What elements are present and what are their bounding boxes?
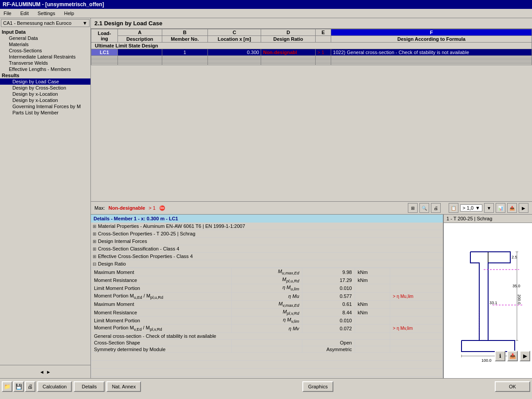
section-header-cs-props[interactable]: ⊞ Cross-Section Properties - T 200-25 | … xyxy=(91,230,443,238)
toolbar-icon-1[interactable]: 📁 xyxy=(2,381,12,392)
filter-btn[interactable]: ▼ xyxy=(484,203,494,213)
sidebar-item-design-by-x[interactable]: Design by x-Location xyxy=(0,97,90,103)
cs-export-btn[interactable]: 📤 xyxy=(507,351,518,361)
detail-section-cs-class: ⊞ Cross-Section Classification - Class 4 xyxy=(91,245,443,253)
ca-selector[interactable]: CA1 - Bemessung nach Euroco ▼ xyxy=(1,19,90,27)
dr-label-9: Cross-Section Shape xyxy=(91,339,232,346)
title-bar: RF-ALUMINUM - [unsymmetrisch_offen] xyxy=(0,0,532,9)
dr-label-0: Maximum Moment xyxy=(91,268,232,276)
details-button[interactable]: Details xyxy=(74,381,105,392)
nat-annex-button[interactable]: Nat. Annex xyxy=(106,381,141,392)
section-header-cs-class[interactable]: ⊞ Cross-Section Classification - Class 4 xyxy=(91,245,443,253)
sidebar-item-materials[interactable]: Materials xyxy=(0,41,90,47)
tool-btn-3[interactable]: 🖨 xyxy=(431,203,441,213)
col-f-sub: Design According to Formula xyxy=(331,36,532,43)
graphics-button[interactable]: Graphics xyxy=(302,381,333,392)
svg-text:35.0: 35.0 xyxy=(512,284,520,288)
dr-unit-9 xyxy=(355,339,390,346)
dr-sym-4: Mv,max,Ed xyxy=(232,300,302,308)
scroll-left-icon[interactable]: ◄ xyxy=(39,369,44,375)
toolbar-icon-3[interactable]: 🖨 xyxy=(25,381,35,392)
dr-val-6: 0.010 xyxy=(302,317,355,325)
dr-sym-2: η Mu,lim xyxy=(232,284,302,292)
uls-label: Ultimate Limit State Design xyxy=(91,43,532,49)
expand-icon-int-forces: ⊞ xyxy=(93,239,96,244)
menu-help[interactable]: Help xyxy=(62,10,76,17)
section-header-eff-cs[interactable]: ⊞ Effective Cross-Section Properties - C… xyxy=(91,253,443,260)
section-header-int-forces[interactable]: ⊞ Design Internal Forces xyxy=(91,238,443,245)
tool-btn-1[interactable]: ⊞ xyxy=(408,203,418,213)
dr-label-2: Limit Moment Portion xyxy=(91,284,232,292)
detail-row-0: Maximum Moment Mu,max,Ed 9.98 kNm xyxy=(91,268,443,276)
col-b-sub: Member No. xyxy=(162,36,207,43)
section-label-eff-cs: Effective Cross-Section Properties - Cla… xyxy=(98,254,193,259)
dr-note-5 xyxy=(390,308,443,316)
cs-info-btn[interactable]: ℹ xyxy=(495,351,505,361)
filter-box[interactable]: > 1,0 ▼ xyxy=(460,204,482,211)
dr-val-5: 8.44 xyxy=(302,308,355,316)
dr-sym-1: Mpl,u,Rd xyxy=(232,276,302,284)
content-header: 2.1 Design by Load Case xyxy=(91,18,532,29)
expand-icon-material: ⊞ xyxy=(93,224,96,229)
table-row[interactable]: LC1 1 0.300 Non-designabl > 1 1022) Gene… xyxy=(91,49,532,56)
cs-title: 1 - T 200-25 | Schrag xyxy=(444,215,532,223)
detail-row-1: Moment Resistance Mpl,u,Rd 17.29 kNm xyxy=(91,276,443,284)
dr-unit-1: kNm xyxy=(355,276,390,284)
section-header-material[interactable]: ⊞ Material Properties - Aluminum EN-AW 6… xyxy=(91,223,443,230)
svg-text:2.5: 2.5 xyxy=(512,255,517,259)
tool-btn-4[interactable]: 📋 xyxy=(449,203,458,213)
cell-formula: 1022) General cross-section - Check of s… xyxy=(331,49,532,56)
section-label-material: Material Properties - Aluminum EN-AW 606… xyxy=(98,223,245,229)
upper-table-area: Load-ing A B C D E F Description Member … xyxy=(91,29,532,202)
section-label-design-ratio: Design Ratio xyxy=(98,261,126,266)
content-title: 2.1 Design by Load Case xyxy=(94,20,162,27)
export-btn-1[interactable]: 📊 xyxy=(496,203,505,213)
sidebar-item-parts-list[interactable]: Parts List by Member xyxy=(0,110,90,116)
sidebar-item-cross-sections[interactable]: Cross-Sections xyxy=(0,47,90,54)
expand-icon-eff-cs: ⊞ xyxy=(93,254,96,259)
calculation-button[interactable]: Calculation xyxy=(37,381,72,392)
sidebar-item-design-by-lc[interactable]: Design by Load Case xyxy=(0,78,90,85)
sidebar-item-eff-lengths[interactable]: Effective Lengths - Members xyxy=(0,66,90,72)
sidebar-item-gov-int-forces[interactable]: Governing Internal Forces by M xyxy=(0,103,90,110)
menu-settings[interactable]: Settings xyxy=(36,10,57,17)
sidebar-item-design-by-cs[interactable]: Design by Cross-Section xyxy=(0,85,90,91)
export-btn-2[interactable]: 📤 xyxy=(507,203,517,213)
menu-file[interactable]: File xyxy=(2,10,13,17)
ca-arrow: ▼ xyxy=(82,20,87,26)
dr-note-10 xyxy=(390,346,443,352)
export-btn-3[interactable]: ▶ xyxy=(519,203,528,213)
empty-row-7 xyxy=(91,64,532,65)
sidebar-category-results: Results xyxy=(0,72,90,78)
dr-label-7: Moment Portion Mv,Ed / Mpl,v,Rd xyxy=(91,325,232,332)
col-f-header: F xyxy=(331,29,532,36)
gt-value: > 1 xyxy=(149,205,156,211)
section-header-design-ratio[interactable]: ⊟ Design Ratio xyxy=(91,260,443,268)
sidebar-item-general-data[interactable]: General Data xyxy=(0,35,90,41)
dr-unit-4: kNm xyxy=(355,300,390,308)
cell-ratio-flag: > 1 xyxy=(315,49,331,56)
tool-btn-2[interactable]: 🔍 xyxy=(419,203,429,213)
dr-unit-7 xyxy=(355,325,390,332)
dr-label-3: Moment Portion Mu,Ed / Mpl,u,Rd xyxy=(91,292,232,300)
cs-svg: 2.5 200.0 35.0 33.1 xyxy=(448,243,528,367)
cell-description xyxy=(118,49,162,56)
sidebar-tree: Input Data General Data Materials Cross-… xyxy=(0,28,90,365)
cell-loading: LC1 xyxy=(91,49,118,56)
col-d-header: D xyxy=(261,29,315,36)
sidebar-item-int-lat-restraints[interactable]: Intermediate Lateral Restraints xyxy=(0,54,90,60)
ok-button[interactable]: OK xyxy=(495,381,530,392)
sidebar-item-transverse-welds[interactable]: Transverse Welds xyxy=(0,60,90,66)
sidebar-item-design-by-member[interactable]: Design by x-Location xyxy=(0,91,90,97)
cell-member-no: 1 xyxy=(162,49,207,56)
ca-value: CA1 - Bemessung nach Euroco xyxy=(3,20,71,26)
menu-edit[interactable]: Edit xyxy=(19,10,31,17)
dr-unit-10 xyxy=(355,346,390,352)
dr-sym-9 xyxy=(232,339,302,346)
cs-view-btn[interactable]: ▶ xyxy=(520,351,530,361)
expand-icon-design-ratio: ⊟ xyxy=(93,262,96,266)
scroll-right-icon[interactable]: ► xyxy=(46,369,51,375)
toolbar-icon-2[interactable]: 💾 xyxy=(13,381,24,392)
detail-row-2: Limit Moment Portion η Mu,lim 0.010 xyxy=(91,284,443,292)
section-label-cs-props: Cross-Section Properties - T 200-25 | Sc… xyxy=(98,231,196,236)
